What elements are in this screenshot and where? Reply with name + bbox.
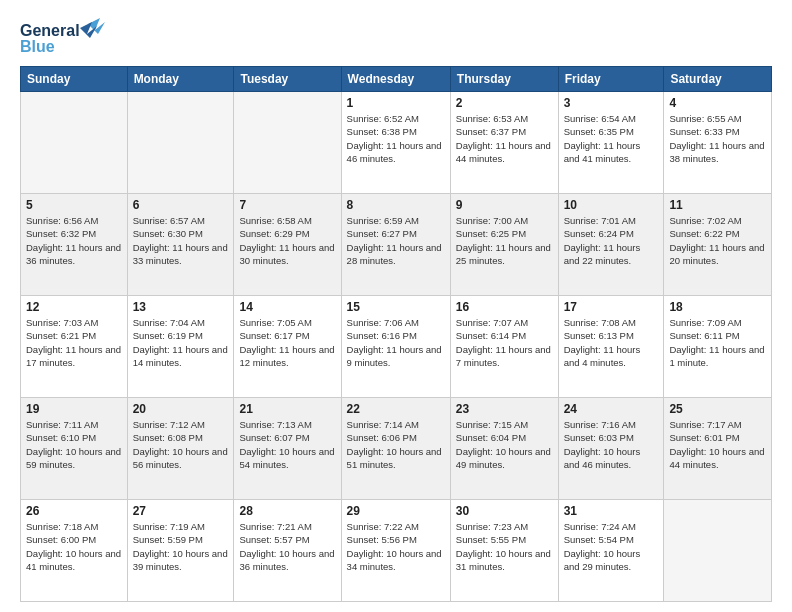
day-number: 23 xyxy=(456,402,553,416)
calendar-cell xyxy=(21,92,128,194)
calendar-cell: 6Sunrise: 6:57 AM Sunset: 6:30 PM Daylig… xyxy=(127,194,234,296)
calendar-cell: 15Sunrise: 7:06 AM Sunset: 6:16 PM Dayli… xyxy=(341,296,450,398)
calendar-cell: 5Sunrise: 6:56 AM Sunset: 6:32 PM Daylig… xyxy=(21,194,128,296)
calendar-cell: 19Sunrise: 7:11 AM Sunset: 6:10 PM Dayli… xyxy=(21,398,128,500)
day-number: 3 xyxy=(564,96,659,110)
day-info: Sunrise: 7:09 AM Sunset: 6:11 PM Dayligh… xyxy=(669,316,766,369)
calendar-cell: 7Sunrise: 6:58 AM Sunset: 6:29 PM Daylig… xyxy=(234,194,341,296)
calendar-cell: 18Sunrise: 7:09 AM Sunset: 6:11 PM Dayli… xyxy=(664,296,772,398)
day-number: 12 xyxy=(26,300,122,314)
weekday-header-monday: Monday xyxy=(127,67,234,92)
day-number: 4 xyxy=(669,96,766,110)
day-number: 22 xyxy=(347,402,445,416)
calendar-cell: 8Sunrise: 6:59 AM Sunset: 6:27 PM Daylig… xyxy=(341,194,450,296)
day-info: Sunrise: 7:02 AM Sunset: 6:22 PM Dayligh… xyxy=(669,214,766,267)
day-number: 15 xyxy=(347,300,445,314)
day-info: Sunrise: 7:14 AM Sunset: 6:06 PM Dayligh… xyxy=(347,418,445,471)
calendar-cell: 22Sunrise: 7:14 AM Sunset: 6:06 PM Dayli… xyxy=(341,398,450,500)
day-number: 7 xyxy=(239,198,335,212)
weekday-header-friday: Friday xyxy=(558,67,664,92)
calendar-cell xyxy=(664,500,772,602)
calendar-cell: 20Sunrise: 7:12 AM Sunset: 6:08 PM Dayli… xyxy=(127,398,234,500)
day-info: Sunrise: 7:19 AM Sunset: 5:59 PM Dayligh… xyxy=(133,520,229,573)
calendar-cell: 2Sunrise: 6:53 AM Sunset: 6:37 PM Daylig… xyxy=(450,92,558,194)
day-number: 8 xyxy=(347,198,445,212)
calendar-week-row: 19Sunrise: 7:11 AM Sunset: 6:10 PM Dayli… xyxy=(21,398,772,500)
day-info: Sunrise: 7:15 AM Sunset: 6:04 PM Dayligh… xyxy=(456,418,553,471)
calendar-cell: 23Sunrise: 7:15 AM Sunset: 6:04 PM Dayli… xyxy=(450,398,558,500)
day-info: Sunrise: 6:58 AM Sunset: 6:29 PM Dayligh… xyxy=(239,214,335,267)
calendar-cell: 11Sunrise: 7:02 AM Sunset: 6:22 PM Dayli… xyxy=(664,194,772,296)
svg-text:General: General xyxy=(20,22,80,39)
calendar-cell xyxy=(127,92,234,194)
day-info: Sunrise: 6:52 AM Sunset: 6:38 PM Dayligh… xyxy=(347,112,445,165)
day-number: 10 xyxy=(564,198,659,212)
calendar-cell: 30Sunrise: 7:23 AM Sunset: 5:55 PM Dayli… xyxy=(450,500,558,602)
calendar-cell: 25Sunrise: 7:17 AM Sunset: 6:01 PM Dayli… xyxy=(664,398,772,500)
page: General Blue SundayMondayTuesdayWednesda… xyxy=(0,0,792,612)
calendar-cell: 9Sunrise: 7:00 AM Sunset: 6:25 PM Daylig… xyxy=(450,194,558,296)
day-info: Sunrise: 7:06 AM Sunset: 6:16 PM Dayligh… xyxy=(347,316,445,369)
calendar-cell xyxy=(234,92,341,194)
calendar-cell: 12Sunrise: 7:03 AM Sunset: 6:21 PM Dayli… xyxy=(21,296,128,398)
day-info: Sunrise: 6:56 AM Sunset: 6:32 PM Dayligh… xyxy=(26,214,122,267)
day-info: Sunrise: 6:54 AM Sunset: 6:35 PM Dayligh… xyxy=(564,112,659,165)
day-info: Sunrise: 7:23 AM Sunset: 5:55 PM Dayligh… xyxy=(456,520,553,573)
day-number: 2 xyxy=(456,96,553,110)
header: General Blue xyxy=(20,16,772,58)
logo: General Blue xyxy=(20,16,110,58)
day-info: Sunrise: 7:12 AM Sunset: 6:08 PM Dayligh… xyxy=(133,418,229,471)
day-number: 16 xyxy=(456,300,553,314)
day-info: Sunrise: 7:24 AM Sunset: 5:54 PM Dayligh… xyxy=(564,520,659,573)
logo-icon: General Blue xyxy=(20,16,110,58)
calendar-cell: 17Sunrise: 7:08 AM Sunset: 6:13 PM Dayli… xyxy=(558,296,664,398)
weekday-header-row: SundayMondayTuesdayWednesdayThursdayFrid… xyxy=(21,67,772,92)
calendar-cell: 27Sunrise: 7:19 AM Sunset: 5:59 PM Dayli… xyxy=(127,500,234,602)
day-number: 13 xyxy=(133,300,229,314)
calendar-cell: 26Sunrise: 7:18 AM Sunset: 6:00 PM Dayli… xyxy=(21,500,128,602)
day-info: Sunrise: 7:08 AM Sunset: 6:13 PM Dayligh… xyxy=(564,316,659,369)
day-number: 28 xyxy=(239,504,335,518)
calendar-cell: 28Sunrise: 7:21 AM Sunset: 5:57 PM Dayli… xyxy=(234,500,341,602)
day-info: Sunrise: 7:01 AM Sunset: 6:24 PM Dayligh… xyxy=(564,214,659,267)
calendar-cell: 10Sunrise: 7:01 AM Sunset: 6:24 PM Dayli… xyxy=(558,194,664,296)
day-info: Sunrise: 6:53 AM Sunset: 6:37 PM Dayligh… xyxy=(456,112,553,165)
day-info: Sunrise: 6:55 AM Sunset: 6:33 PM Dayligh… xyxy=(669,112,766,165)
day-info: Sunrise: 7:17 AM Sunset: 6:01 PM Dayligh… xyxy=(669,418,766,471)
day-info: Sunrise: 7:07 AM Sunset: 6:14 PM Dayligh… xyxy=(456,316,553,369)
day-number: 11 xyxy=(669,198,766,212)
weekday-header-thursday: Thursday xyxy=(450,67,558,92)
day-number: 24 xyxy=(564,402,659,416)
day-number: 18 xyxy=(669,300,766,314)
calendar-week-row: 5Sunrise: 6:56 AM Sunset: 6:32 PM Daylig… xyxy=(21,194,772,296)
day-number: 21 xyxy=(239,402,335,416)
day-number: 5 xyxy=(26,198,122,212)
day-number: 30 xyxy=(456,504,553,518)
weekday-header-tuesday: Tuesday xyxy=(234,67,341,92)
day-info: Sunrise: 6:59 AM Sunset: 6:27 PM Dayligh… xyxy=(347,214,445,267)
calendar-week-row: 12Sunrise: 7:03 AM Sunset: 6:21 PM Dayli… xyxy=(21,296,772,398)
calendar-cell: 24Sunrise: 7:16 AM Sunset: 6:03 PM Dayli… xyxy=(558,398,664,500)
day-number: 6 xyxy=(133,198,229,212)
weekday-header-saturday: Saturday xyxy=(664,67,772,92)
day-number: 17 xyxy=(564,300,659,314)
day-number: 25 xyxy=(669,402,766,416)
day-info: Sunrise: 7:22 AM Sunset: 5:56 PM Dayligh… xyxy=(347,520,445,573)
day-number: 19 xyxy=(26,402,122,416)
day-info: Sunrise: 7:00 AM Sunset: 6:25 PM Dayligh… xyxy=(456,214,553,267)
day-info: Sunrise: 7:13 AM Sunset: 6:07 PM Dayligh… xyxy=(239,418,335,471)
day-number: 9 xyxy=(456,198,553,212)
day-info: Sunrise: 7:21 AM Sunset: 5:57 PM Dayligh… xyxy=(239,520,335,573)
day-info: Sunrise: 7:04 AM Sunset: 6:19 PM Dayligh… xyxy=(133,316,229,369)
day-number: 14 xyxy=(239,300,335,314)
day-info: Sunrise: 7:18 AM Sunset: 6:00 PM Dayligh… xyxy=(26,520,122,573)
day-info: Sunrise: 6:57 AM Sunset: 6:30 PM Dayligh… xyxy=(133,214,229,267)
calendar-cell: 29Sunrise: 7:22 AM Sunset: 5:56 PM Dayli… xyxy=(341,500,450,602)
calendar-table: SundayMondayTuesdayWednesdayThursdayFrid… xyxy=(20,66,772,602)
calendar-week-row: 26Sunrise: 7:18 AM Sunset: 6:00 PM Dayli… xyxy=(21,500,772,602)
weekday-header-sunday: Sunday xyxy=(21,67,128,92)
day-number: 1 xyxy=(347,96,445,110)
calendar-week-row: 1Sunrise: 6:52 AM Sunset: 6:38 PM Daylig… xyxy=(21,92,772,194)
calendar-cell: 14Sunrise: 7:05 AM Sunset: 6:17 PM Dayli… xyxy=(234,296,341,398)
day-info: Sunrise: 7:05 AM Sunset: 6:17 PM Dayligh… xyxy=(239,316,335,369)
